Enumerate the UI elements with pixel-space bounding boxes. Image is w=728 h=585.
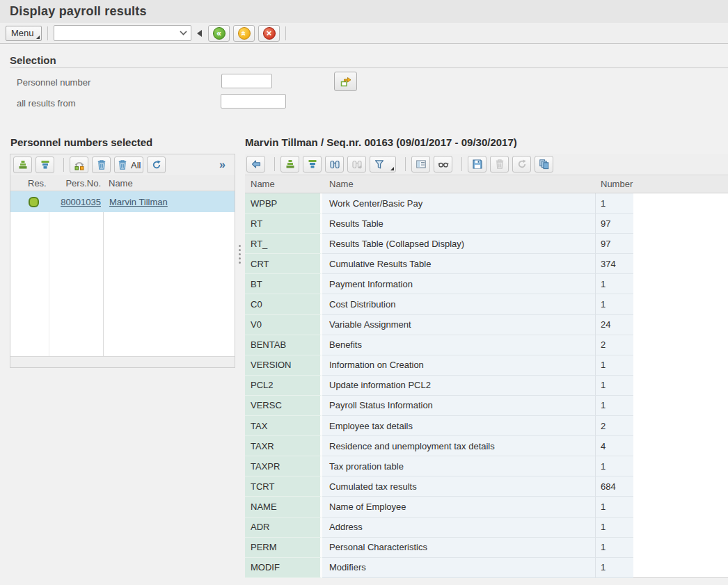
delete-button[interactable]	[92, 157, 111, 173]
table-cell-key[interactable]: WPBP	[245, 193, 322, 214]
personnel-number-input[interactable]	[221, 74, 272, 88]
table-cell-number[interactable]: 4	[595, 436, 633, 456]
table-cell-key[interactable]: PCL2	[245, 376, 322, 396]
table-cell-number[interactable]: 1	[595, 396, 633, 416]
table-row[interactable]: NAMEName of Employee1	[245, 497, 728, 517]
table-row[interactable]: RT_Results Table (Collapsed Display)97	[245, 234, 728, 254]
chevron-down-icon[interactable]	[180, 31, 187, 35]
copy-list-button[interactable]	[535, 156, 553, 173]
table-cell-name[interactable]: Modifiers	[322, 558, 595, 578]
table-row[interactable]: BTPayment Information1	[245, 274, 728, 294]
sort-ascending-button[interactable]	[13, 157, 32, 173]
table-row[interactable]: BENTABBenefits2	[245, 335, 728, 355]
column-header-name[interactable]: Name	[329, 179, 354, 189]
refresh-button[interactable]	[147, 157, 166, 173]
table-cell-number[interactable]: 1	[595, 376, 633, 396]
splitter-handle[interactable]	[239, 245, 242, 264]
table-row[interactable]: C0Cost Distribution1	[245, 294, 728, 314]
table-cell-key[interactable]: TAXPR	[245, 456, 322, 476]
table-cell-number[interactable]: 1	[595, 274, 633, 294]
table-row[interactable]: WPBPWork Center/Basic Pay1	[245, 193, 728, 214]
table-cell-key[interactable]: C0	[245, 294, 322, 314]
table-row[interactable]: ADRAddress1	[245, 518, 728, 538]
table-cell-number[interactable]: 684	[595, 476, 633, 497]
personnel-row[interactable]: 80001035 Marvin Tillman	[10, 191, 235, 212]
table-row[interactable]: PERMPersonal Characteristics1	[245, 538, 728, 558]
find-next-button[interactable]	[347, 156, 366, 173]
table-row[interactable]: PCL2Update information PCL21	[245, 376, 728, 396]
table-cell-name[interactable]: Variable Assignment	[322, 315, 595, 335]
table-cell-name[interactable]: Cost Distribution	[322, 294, 595, 314]
table-row[interactable]: TCRTCumulated tax results684	[245, 476, 728, 497]
table-cell-number[interactable]: 1	[595, 355, 633, 376]
column-header-persno[interactable]: Pers.No.	[49, 178, 103, 189]
table-cell-key[interactable]: RT	[245, 214, 322, 234]
table-cell-key[interactable]: TCRT	[245, 476, 322, 497]
table-cell-number[interactable]: 2	[595, 335, 633, 355]
table-cell-name[interactable]: Work Center/Basic Pay	[322, 193, 595, 214]
table-cell-name[interactable]: Cumulative Results Table	[322, 254, 595, 274]
command-input[interactable]	[56, 26, 174, 40]
swap-selection-button[interactable]	[70, 157, 88, 173]
multiple-selection-button[interactable]	[334, 72, 357, 91]
back-arrow-button[interactable]	[246, 156, 265, 173]
table-cell-key[interactable]: CRT	[245, 254, 322, 274]
table-cell-name[interactable]: Address	[322, 518, 595, 538]
table-cell-number[interactable]: 1	[595, 456, 633, 476]
back-circle-green-button[interactable]: «	[208, 25, 230, 42]
table-cell-number[interactable]: 374	[595, 254, 633, 274]
table-cell-name[interactable]: Update information PCL2	[322, 376, 595, 396]
table-cell-key[interactable]: VERSC	[245, 396, 322, 416]
table-cell-key[interactable]: TAXR	[245, 436, 322, 456]
table-row[interactable]: MODIFModifiers1	[245, 558, 728, 578]
table-row[interactable]: TAXEmployee tax details2	[245, 416, 728, 436]
table-cell-key[interactable]: V0	[245, 315, 322, 335]
table-row[interactable]: VERSCPayroll Status Information1	[245, 396, 728, 416]
table-cell-key[interactable]: MODIF	[245, 558, 322, 578]
table-cell-name[interactable]: Results Table	[322, 214, 595, 234]
table-cell-name[interactable]: Payment Information	[322, 274, 595, 294]
menu-button[interactable]: Menu	[6, 26, 42, 41]
table-cell-key[interactable]: VERSION	[245, 355, 322, 376]
table-row[interactable]: VERSIONInformation on Creation1	[245, 355, 728, 376]
pers-no-link[interactable]: 80001035	[61, 197, 101, 207]
table-cell-number[interactable]: 1	[595, 538, 633, 558]
find-button[interactable]	[325, 156, 344, 173]
delete-all-button[interactable]: All	[114, 157, 143, 173]
table-cell-number[interactable]: 1	[595, 193, 633, 214]
toolbar-overflow-button[interactable]: »	[219, 159, 225, 171]
table-cell-name[interactable]: Benefits	[322, 335, 595, 355]
column-header-res[interactable]: Res.	[10, 178, 49, 189]
table-cell-name[interactable]: Payroll Status Information	[322, 396, 595, 416]
table-cell-name[interactable]: Tax proration table	[322, 456, 595, 476]
table-cell-key[interactable]: BENTAB	[245, 335, 322, 355]
column-header-name[interactable]: Name	[103, 178, 133, 189]
table-cell-key[interactable]: PERM	[245, 538, 322, 558]
table-cell-name[interactable]: Personal Characteristics	[322, 538, 595, 558]
refresh-button[interactable]	[512, 156, 531, 173]
column-header-key[interactable]: Name	[251, 179, 275, 189]
table-row[interactable]: TAXRResidence and unemployment tax detai…	[245, 436, 728, 456]
table-cell-name[interactable]: Residence and unemployment tax details	[322, 436, 595, 456]
table-cell-key[interactable]: ADR	[245, 518, 322, 538]
detail-view-button[interactable]	[411, 156, 430, 173]
table-cell-name[interactable]: Name of Employee	[322, 497, 595, 517]
table-cell-name[interactable]: Cumulated tax results	[322, 476, 595, 497]
display-glasses-button[interactable]	[434, 156, 452, 173]
command-combobox[interactable]	[54, 25, 191, 41]
sort-ascending-button[interactable]	[280, 156, 299, 173]
table-cell-key[interactable]: NAME	[245, 497, 322, 517]
cancel-circle-red-button[interactable]: ×	[258, 25, 280, 42]
pers-name-link[interactable]: Marvin Tillman	[109, 197, 168, 207]
table-row[interactable]: RTResults Table97	[245, 214, 728, 234]
table-row[interactable]: V0Variable Assignment24	[245, 315, 728, 335]
table-cell-name[interactable]: Information on Creation	[322, 355, 595, 376]
table-cell-key[interactable]: BT	[245, 274, 322, 294]
table-cell-number[interactable]: 24	[595, 315, 633, 335]
table-cell-name[interactable]: Results Table (Collapsed Display)	[322, 234, 595, 254]
history-dropdown-icon[interactable]	[197, 30, 202, 37]
save-button[interactable]	[468, 156, 486, 173]
filter-button[interactable]	[370, 156, 396, 173]
table-cell-number[interactable]: 97	[595, 234, 633, 254]
table-cell-name[interactable]: Employee tax details	[322, 416, 595, 436]
